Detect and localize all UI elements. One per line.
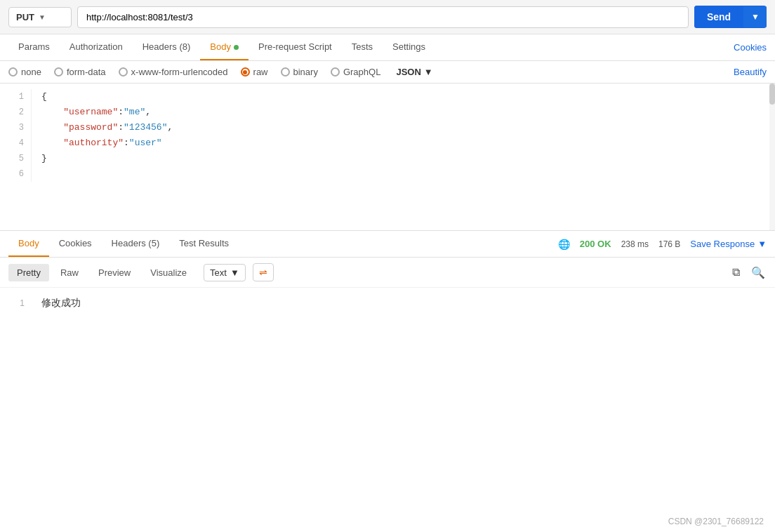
- radio-none: [8, 67, 18, 77]
- url-input[interactable]: [77, 6, 689, 28]
- option-raw-label: raw: [253, 67, 268, 77]
- code-line-2: "username":"me",: [41, 105, 765, 120]
- text-format-dropdown[interactable]: Text ▼: [204, 264, 246, 281]
- line-num-5: 5: [7, 151, 24, 166]
- response-output: 1 修改成功: [0, 288, 775, 379]
- response-view-bar: Pretty Raw Preview Visualize Text ▼ ⇌ ⧉ …: [0, 258, 775, 288]
- radio-urlencoded: [119, 67, 128, 77]
- line-num-4: 4: [7, 135, 24, 151]
- method-selector[interactable]: PUT ▼: [8, 7, 72, 27]
- code-lines: 1 2 3 4 5 6 { "username":"me", "password…: [0, 84, 775, 187]
- save-response-label: Save Response: [690, 239, 755, 249]
- beautify-button[interactable]: Beautify: [734, 67, 767, 77]
- resp-tab-cookies[interactable]: Cookies: [49, 231, 102, 257]
- line-num-1: 1: [7, 89, 24, 105]
- request-tabs: Params Authorization Headers (8) Body Pr…: [0, 34, 775, 61]
- code-content: { "username":"me", "password":"123456", …: [32, 89, 775, 182]
- send-dropdown-arrow[interactable]: ▼: [743, 6, 767, 27]
- save-response-button[interactable]: Save Response ▼: [690, 239, 767, 249]
- tab-body[interactable]: Body: [200, 34, 249, 60]
- line-num-6: 6: [7, 166, 24, 182]
- resp-line-num-1: 1: [7, 295, 25, 312]
- radio-binary: [281, 67, 290, 77]
- code-line-3: "password":"123456",: [41, 120, 765, 135]
- radio-raw: [241, 67, 250, 77]
- code-line-1: {: [41, 89, 765, 105]
- method-label: PUT: [16, 12, 34, 22]
- option-raw[interactable]: raw: [241, 67, 268, 77]
- tab-pre-request[interactable]: Pre-request Script: [249, 34, 342, 60]
- chevron-down-icon: ▼: [424, 67, 433, 77]
- tab-headers[interactable]: Headers (8): [133, 34, 201, 60]
- option-urlencoded-label: x-www-form-urlencoded: [131, 67, 228, 77]
- option-urlencoded[interactable]: x-www-form-urlencoded: [119, 67, 228, 77]
- format-label: JSON: [396, 67, 420, 77]
- chevron-down-icon: ▼: [39, 13, 46, 21]
- option-binary[interactable]: binary: [281, 67, 318, 77]
- chevron-down-icon: ▼: [230, 267, 239, 278]
- code-line-5: }: [41, 151, 765, 166]
- save-response-chevron: ▼: [757, 239, 767, 249]
- body-options: none form-data x-www-form-urlencoded raw…: [0, 61, 775, 84]
- url-bar: PUT ▼ Send ▼: [0, 0, 775, 34]
- status-badge: 200 OK: [580, 239, 611, 249]
- copy-button[interactable]: ⧉: [731, 265, 741, 280]
- resp-tab-body[interactable]: Body: [8, 231, 49, 257]
- code-line-6: [41, 166, 765, 182]
- text-format-label: Text: [210, 267, 227, 278]
- radio-graphql: [331, 67, 340, 77]
- view-tab-raw[interactable]: Raw: [52, 264, 87, 281]
- line-numbers: 1 2 3 4 5 6: [0, 89, 32, 182]
- code-editor[interactable]: 1 2 3 4 5 6 { "username":"me", "password…: [0, 84, 775, 231]
- option-none[interactable]: none: [8, 67, 41, 77]
- send-label: Send: [694, 6, 743, 28]
- response-time: 238 ms: [621, 239, 649, 249]
- line-num-3: 3: [7, 120, 24, 135]
- option-binary-label: binary: [293, 67, 318, 77]
- option-form-data-label: form-data: [67, 67, 106, 77]
- response-text: 修改成功: [41, 295, 765, 312]
- response-size: 176 B: [658, 239, 680, 249]
- scrollbar-track[interactable]: [769, 84, 775, 230]
- option-graphql-label: GraphQL: [343, 67, 380, 77]
- view-tab-preview[interactable]: Preview: [90, 264, 139, 281]
- view-tab-pretty[interactable]: Pretty: [8, 264, 49, 281]
- tab-tests[interactable]: Tests: [342, 34, 383, 60]
- response-status-area: 🌐 200 OK 238 ms 176 B Save Response ▼: [558, 239, 767, 250]
- format-dropdown[interactable]: JSON ▼: [396, 67, 432, 77]
- view-tab-visualize[interactable]: Visualize: [142, 264, 195, 281]
- wrap-icon: ⇌: [259, 267, 267, 278]
- option-none-label: none: [21, 67, 41, 77]
- tab-authorization[interactable]: Authorization: [60, 34, 133, 60]
- cookies-link[interactable]: Cookies: [734, 35, 767, 60]
- globe-icon: 🌐: [558, 239, 570, 250]
- code-line-4: "authority":"user": [41, 135, 765, 151]
- tab-params[interactable]: Params: [8, 34, 60, 60]
- scrollbar-thumb[interactable]: [769, 84, 775, 105]
- option-graphql[interactable]: GraphQL: [331, 67, 380, 77]
- response-content: 修改成功: [32, 295, 775, 372]
- send-button[interactable]: Send ▼: [694, 6, 767, 28]
- wrap-button[interactable]: ⇌: [253, 263, 274, 281]
- search-button[interactable]: 🔍: [750, 265, 767, 281]
- response-line-numbers: 1: [0, 295, 32, 372]
- resp-tab-headers[interactable]: Headers (5): [102, 231, 170, 257]
- response-actions: ⧉ 🔍: [731, 265, 767, 281]
- response-tabs-bar: Body Cookies Headers (5) Test Results 🌐 …: [0, 231, 775, 258]
- line-num-2: 2: [7, 105, 24, 120]
- radio-form-data: [54, 67, 63, 77]
- resp-tab-test-results[interactable]: Test Results: [169, 231, 239, 257]
- tab-settings[interactable]: Settings: [383, 34, 435, 60]
- option-form-data[interactable]: form-data: [54, 67, 106, 77]
